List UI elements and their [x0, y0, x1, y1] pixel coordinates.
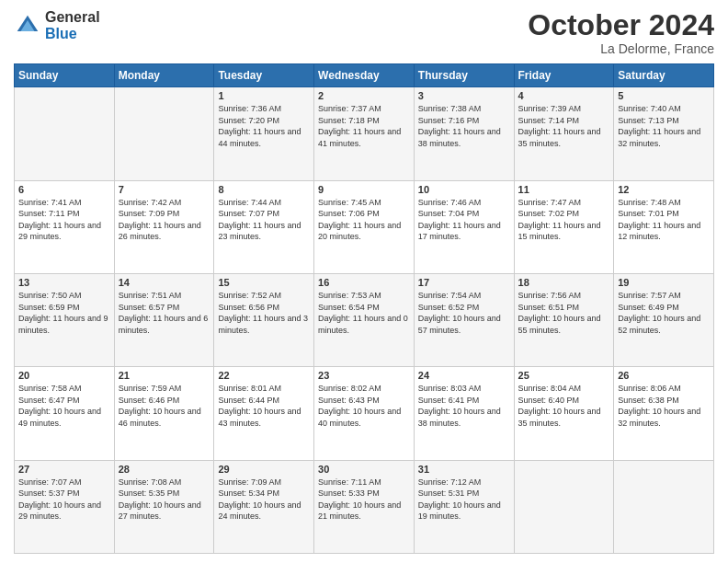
day-info: Sunrise: 7:38 AMSunset: 7:16 PMDaylight:…	[418, 103, 510, 149]
sunrise-text: Sunrise: 7:54 AM	[418, 291, 482, 300]
daylight-text: Daylight: 11 hours and 6 minutes.	[119, 314, 209, 335]
day-number: 21	[119, 370, 210, 381]
day-cell: 6Sunrise: 7:41 AMSunset: 7:11 PMDaylight…	[15, 180, 115, 273]
sunset-text: Sunset: 7:04 PM	[418, 209, 480, 218]
daylight-text: Daylight: 11 hours and 32 minutes.	[618, 127, 700, 148]
day-number: 3	[418, 90, 510, 101]
day-cell: 28Sunrise: 7:08 AMSunset: 5:35 PMDayligh…	[114, 460, 214, 553]
daylight-text: Daylight: 11 hours and 26 minutes.	[119, 221, 201, 242]
day-cell: 11Sunrise: 7:47 AMSunset: 7:02 PMDayligh…	[514, 180, 614, 273]
header-row: Sunday Monday Tuesday Wednesday Thursday…	[15, 64, 714, 87]
header: General Blue October 2024 La Delorme, Fr…	[14, 9, 714, 56]
week-row-1: 6Sunrise: 7:41 AMSunset: 7:11 PMDaylight…	[15, 180, 714, 273]
daylight-text: Daylight: 10 hours and 21 minutes.	[318, 500, 401, 522]
day-cell: 24Sunrise: 8:03 AMSunset: 6:41 PMDayligh…	[414, 367, 514, 460]
daylight-text: Daylight: 10 hours and 40 minutes.	[318, 407, 401, 428]
sunset-text: Sunset: 7:11 PM	[18, 209, 80, 218]
day-cell: 19Sunrise: 7:57 AMSunset: 6:49 PMDayligh…	[614, 273, 714, 366]
day-number: 25	[518, 370, 610, 381]
day-info: Sunrise: 8:01 AMSunset: 6:44 PMDaylight:…	[218, 383, 310, 429]
day-cell: 8Sunrise: 7:44 AMSunset: 7:07 PMDaylight…	[214, 180, 314, 273]
day-info: Sunrise: 7:47 AMSunset: 7:02 PMDaylight:…	[518, 197, 610, 243]
daylight-text: Daylight: 10 hours and 29 minutes.	[18, 500, 101, 522]
col-monday: Monday	[114, 64, 214, 87]
sunrise-text: Sunrise: 7:57 AM	[618, 291, 681, 300]
sunrise-text: Sunrise: 7:47 AM	[518, 198, 582, 207]
day-cell: 10Sunrise: 7:46 AMSunset: 7:04 PMDayligh…	[414, 180, 514, 273]
sunset-text: Sunset: 6:43 PM	[318, 396, 380, 405]
logo-icon	[14, 12, 41, 40]
sunset-text: Sunset: 7:06 PM	[318, 209, 380, 218]
day-info: Sunrise: 7:48 AMSunset: 7:01 PMDaylight:…	[618, 197, 710, 243]
day-info: Sunrise: 7:44 AMSunset: 7:07 PMDaylight:…	[218, 197, 310, 243]
day-cell: 9Sunrise: 7:45 AMSunset: 7:06 PMDaylight…	[314, 180, 415, 273]
sunrise-text: Sunrise: 7:37 AM	[318, 104, 381, 113]
daylight-text: Daylight: 11 hours and 38 minutes.	[418, 127, 501, 148]
sunrise-text: Sunrise: 8:01 AM	[218, 384, 281, 393]
day-info: Sunrise: 7:50 AMSunset: 6:59 PMDaylight:…	[18, 290, 110, 336]
day-info: Sunrise: 7:53 AMSunset: 6:54 PMDaylight:…	[318, 290, 410, 336]
daylight-text: Daylight: 10 hours and 35 minutes.	[518, 407, 601, 428]
day-number: 24	[418, 370, 510, 381]
day-cell: 3Sunrise: 7:38 AMSunset: 7:16 PMDaylight…	[414, 87, 514, 180]
page: General Blue October 2024 La Delorme, Fr…	[0, 0, 728, 563]
day-number: 11	[518, 184, 610, 195]
sunset-text: Sunset: 6:49 PM	[618, 303, 679, 312]
sunrise-text: Sunrise: 7:12 AM	[418, 477, 482, 487]
day-number: 6	[18, 184, 110, 195]
day-number: 20	[18, 370, 110, 381]
day-number: 18	[518, 277, 610, 288]
sunset-text: Sunset: 7:20 PM	[218, 116, 279, 125]
sunrise-text: Sunrise: 7:51 AM	[119, 291, 182, 300]
sunrise-text: Sunrise: 8:04 AM	[518, 384, 582, 393]
day-cell	[614, 460, 714, 553]
sunrise-text: Sunrise: 7:08 AM	[119, 477, 182, 487]
day-cell: 7Sunrise: 7:42 AMSunset: 7:09 PMDaylight…	[114, 180, 214, 273]
sunset-text: Sunset: 6:46 PM	[119, 396, 180, 405]
day-cell	[114, 87, 214, 180]
sunset-text: Sunset: 6:57 PM	[119, 303, 180, 312]
daylight-text: Daylight: 10 hours and 27 minutes.	[119, 500, 201, 522]
daylight-text: Daylight: 10 hours and 19 minutes.	[418, 500, 501, 522]
sunrise-text: Sunrise: 7:48 AM	[618, 198, 681, 207]
day-number: 23	[318, 370, 410, 381]
daylight-text: Daylight: 11 hours and 20 minutes.	[318, 221, 401, 242]
sunrise-text: Sunrise: 8:02 AM	[318, 384, 381, 393]
day-number: 28	[119, 464, 210, 475]
week-row-2: 13Sunrise: 7:50 AMSunset: 6:59 PMDayligh…	[15, 273, 714, 366]
day-info: Sunrise: 7:39 AMSunset: 7:14 PMDaylight:…	[518, 103, 610, 149]
sunset-text: Sunset: 5:37 PM	[18, 488, 80, 498]
day-info: Sunrise: 7:07 AMSunset: 5:37 PMDaylight:…	[18, 477, 110, 523]
day-number: 5	[618, 90, 710, 101]
day-info: Sunrise: 7:08 AMSunset: 5:35 PMDaylight:…	[119, 477, 210, 523]
daylight-text: Daylight: 11 hours and 35 minutes.	[518, 127, 601, 148]
day-info: Sunrise: 7:57 AMSunset: 6:49 PMDaylight:…	[618, 290, 710, 336]
sunset-text: Sunset: 5:33 PM	[318, 488, 380, 498]
sunrise-text: Sunrise: 7:41 AM	[18, 198, 82, 207]
day-cell: 31Sunrise: 7:12 AMSunset: 5:31 PMDayligh…	[414, 460, 514, 553]
sunrise-text: Sunrise: 7:50 AM	[18, 291, 82, 300]
day-number: 7	[119, 184, 210, 195]
daylight-text: Daylight: 11 hours and 41 minutes.	[318, 127, 401, 148]
day-info: Sunrise: 7:45 AMSunset: 7:06 PMDaylight:…	[318, 197, 410, 243]
week-row-0: 1Sunrise: 7:36 AMSunset: 7:20 PMDaylight…	[15, 87, 714, 180]
daylight-text: Daylight: 10 hours and 43 minutes.	[218, 407, 301, 428]
day-number: 4	[518, 90, 610, 101]
sunset-text: Sunset: 7:14 PM	[518, 116, 580, 125]
sunrise-text: Sunrise: 7:52 AM	[218, 291, 281, 300]
col-wednesday: Wednesday	[314, 64, 415, 87]
sunrise-text: Sunrise: 7:36 AM	[218, 104, 281, 113]
day-info: Sunrise: 8:04 AMSunset: 6:40 PMDaylight:…	[518, 383, 610, 429]
day-info: Sunrise: 7:52 AMSunset: 6:56 PMDaylight:…	[218, 290, 310, 336]
sunrise-text: Sunrise: 7:44 AM	[218, 198, 281, 207]
day-cell: 4Sunrise: 7:39 AMSunset: 7:14 PMDaylight…	[514, 87, 614, 180]
day-number: 22	[218, 370, 310, 381]
day-cell: 21Sunrise: 7:59 AMSunset: 6:46 PMDayligh…	[114, 367, 214, 460]
day-number: 16	[318, 277, 410, 288]
day-cell: 26Sunrise: 8:06 AMSunset: 6:38 PMDayligh…	[614, 367, 714, 460]
day-info: Sunrise: 8:06 AMSunset: 6:38 PMDaylight:…	[618, 383, 710, 429]
sunset-text: Sunset: 6:40 PM	[518, 396, 580, 405]
daylight-text: Daylight: 11 hours and 29 minutes.	[18, 221, 101, 242]
daylight-text: Daylight: 11 hours and 15 minutes.	[518, 221, 601, 242]
sunrise-text: Sunrise: 7:38 AM	[418, 104, 482, 113]
